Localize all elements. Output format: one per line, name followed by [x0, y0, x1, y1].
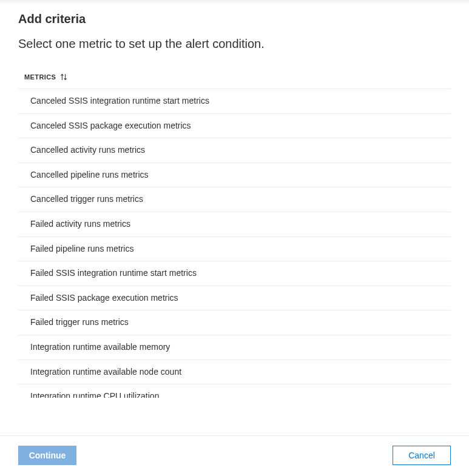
panel-header: Add criteria Select one metric to set up… [0, 5, 469, 51]
table-row[interactable]: Failed pipeline runs metrics [18, 237, 451, 262]
page-title: Add criteria [18, 12, 451, 26]
table-row[interactable]: Failed SSIS package execution metrics [18, 286, 451, 311]
sort-icon [59, 73, 68, 81]
table-row[interactable]: Integration runtime available memory [18, 335, 451, 360]
footer: Continue Cancel [0, 435, 469, 476]
table-row[interactable]: Cancelled activity runs metrics [18, 138, 451, 163]
table-row[interactable]: Failed SSIS integration runtime start me… [18, 261, 451, 286]
panel-top-shadow [0, 0, 469, 5]
column-header-metrics[interactable]: METRICS [18, 73, 451, 89]
continue-button[interactable]: Continue [18, 446, 76, 465]
table-row[interactable]: Failed activity runs metrics [18, 212, 451, 237]
metrics-list[interactable]: Canceled SSIS integration runtime start … [18, 89, 451, 398]
table-row[interactable]: Integration runtime available node count [18, 360, 451, 385]
table-row[interactable]: Integration runtime CPU utilization [18, 384, 451, 398]
cancel-button[interactable]: Cancel [393, 446, 451, 465]
metrics-table: METRICS Canceled SSIS integration runtim… [0, 73, 469, 398]
page-subtitle: Select one metric to set up the alert co… [18, 37, 451, 51]
table-row[interactable]: Canceled SSIS package execution metrics [18, 114, 451, 139]
table-row[interactable]: Failed trigger runs metrics [18, 310, 451, 335]
table-row[interactable]: Canceled SSIS integration runtime start … [18, 89, 451, 114]
column-header-label: METRICS [24, 73, 56, 81]
table-row[interactable]: Cancelled pipeline runs metrics [18, 163, 451, 188]
table-row[interactable]: Cancelled trigger runs metrics [18, 187, 451, 212]
